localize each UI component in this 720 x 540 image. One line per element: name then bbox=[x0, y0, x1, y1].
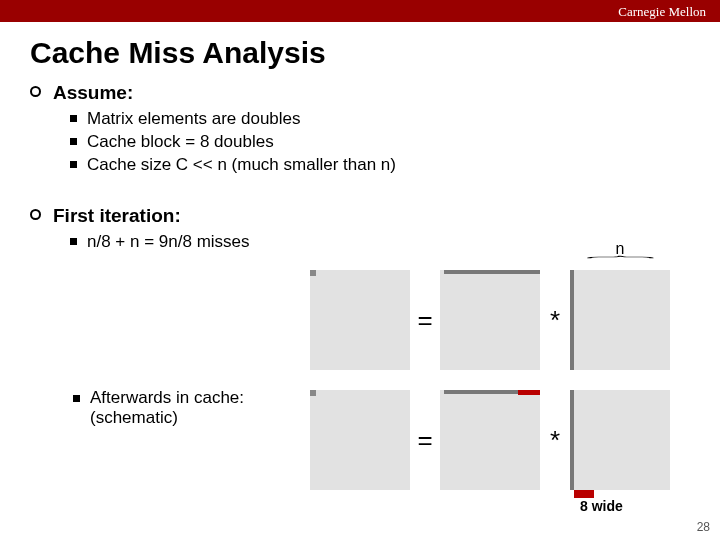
org-label: Carnegie Mellon bbox=[618, 4, 706, 19]
matrix-b-2 bbox=[570, 390, 670, 490]
mult-op: * bbox=[540, 425, 570, 456]
afterwards-line1: Afterwards in cache: bbox=[90, 388, 244, 408]
afterwards-line2: (schematic) bbox=[90, 408, 244, 428]
row-highlight bbox=[444, 270, 540, 274]
square-bullet-icon bbox=[70, 161, 77, 168]
red-block-icon bbox=[518, 390, 540, 395]
diagram-row-2: = * bbox=[310, 390, 690, 490]
equals-op: = bbox=[410, 305, 440, 336]
matrix-a-1 bbox=[440, 270, 540, 370]
diagram-row-1: = * n ⏞ bbox=[310, 270, 690, 370]
assume-label: Assume: bbox=[53, 82, 133, 104]
corner-marker-icon bbox=[310, 270, 316, 276]
list-item: Cache block = 8 doubles bbox=[70, 131, 690, 154]
content-area: Assume: Matrix elements are doubles Cach… bbox=[0, 82, 720, 254]
diagram-area: = * n ⏞ = * 8 wide bbox=[310, 270, 690, 510]
assume-item-1: Cache block = 8 doubles bbox=[87, 131, 274, 154]
matrix-c-1 bbox=[310, 270, 410, 370]
misses-text: n/8 + n = 9n/8 misses bbox=[87, 231, 250, 254]
mult-op: * bbox=[540, 305, 570, 336]
hollow-bullet-icon bbox=[30, 209, 41, 220]
equals-op: = bbox=[410, 425, 440, 456]
list-item: Matrix elements are doubles bbox=[70, 108, 690, 131]
matrix-c-2 bbox=[310, 390, 410, 490]
hollow-bullet-icon bbox=[30, 86, 41, 97]
page-number: 28 bbox=[697, 520, 710, 534]
first-iter-row: First iteration: bbox=[30, 205, 690, 227]
square-bullet-icon bbox=[70, 138, 77, 145]
assume-list: Matrix elements are doubles Cache block … bbox=[70, 108, 690, 177]
corner-marker-icon bbox=[310, 390, 316, 396]
col-highlight bbox=[570, 270, 574, 370]
list-item: Cache size C << n (much smaller than n) bbox=[70, 154, 690, 177]
brace-icon: ⏞ bbox=[320, 259, 720, 265]
red-block-icon bbox=[574, 490, 594, 498]
square-bullet-icon bbox=[73, 395, 80, 402]
wide-label: 8 wide bbox=[580, 498, 623, 514]
square-bullet-icon bbox=[70, 238, 77, 245]
assume-item-0: Matrix elements are doubles bbox=[87, 108, 301, 131]
assume-item-2: Cache size C << n (much smaller than n) bbox=[87, 154, 396, 177]
matrix-b-1: n ⏞ bbox=[570, 270, 670, 370]
page-title: Cache Miss Analysis bbox=[0, 22, 720, 82]
square-bullet-icon bbox=[70, 115, 77, 122]
matrix-a-2 bbox=[440, 390, 540, 490]
afterwards-block: Afterwards in cache: (schematic) bbox=[73, 388, 244, 428]
brace-n: n ⏞ bbox=[570, 240, 670, 267]
assume-row: Assume: bbox=[30, 82, 690, 104]
header-bar: Carnegie Mellon bbox=[0, 0, 720, 22]
first-iter-label: First iteration: bbox=[53, 205, 181, 227]
col-highlight bbox=[570, 390, 574, 490]
